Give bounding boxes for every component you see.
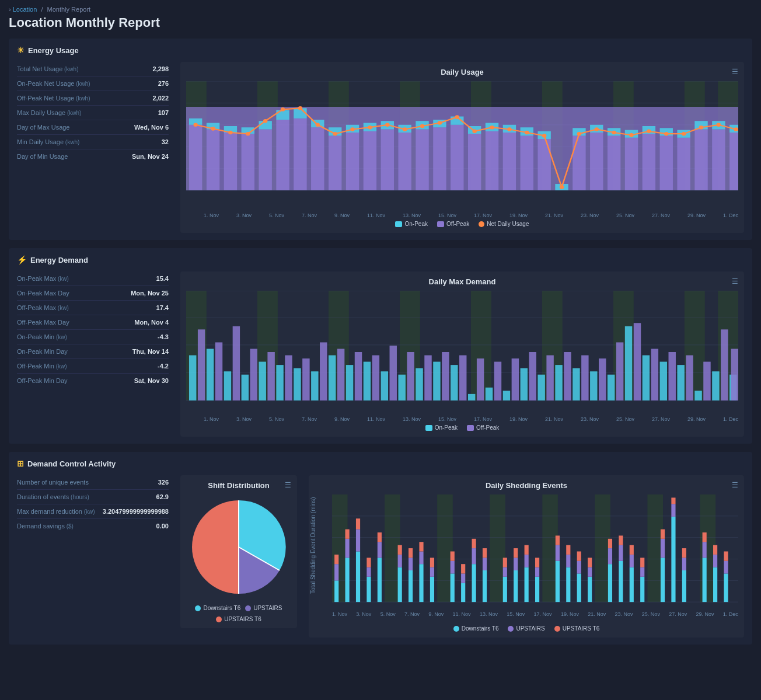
svg-rect-181	[372, 356, 379, 401]
svg-rect-173	[233, 326, 240, 401]
svg-rect-298	[640, 577, 644, 602]
stat-value: 32	[162, 138, 169, 145]
legend-upstairs: UPSTAIRS	[245, 605, 282, 611]
stat-value: Sat, Nov 30	[134, 377, 169, 384]
svg-rect-226	[334, 580, 338, 602]
stat-value: Thu, Nov 14	[132, 348, 169, 355]
energy-usage-title: Energy Usage	[28, 46, 79, 55]
pie-chart-title: Shift Distribution	[186, 481, 291, 490]
demand-x-axis: 1. Nov3. Nov5. Nov7. Nov9. Nov11. Nov13.…	[186, 416, 738, 422]
pie-svg	[186, 494, 291, 600]
svg-point-91	[263, 119, 267, 123]
stat-value: Sun, Nov 24	[132, 153, 169, 160]
svg-rect-198	[669, 352, 676, 401]
svg-rect-313	[713, 567, 717, 603]
svg-rect-46	[590, 133, 603, 190]
svg-rect-288	[588, 558, 592, 567]
svg-rect-190	[529, 352, 536, 401]
svg-rect-316	[724, 573, 728, 602]
svg-rect-262	[483, 570, 487, 602]
svg-rect-235	[366, 577, 371, 602]
svg-rect-172	[215, 342, 222, 400]
stat-row: On-Peak Max (kw)15.4	[17, 271, 169, 286]
daily-usage-svg: 0 25 50 75 100 125	[186, 81, 738, 210]
svg-point-111	[612, 131, 616, 135]
stat-row: Off-Peak Net Usage (kwh)2,022	[17, 91, 169, 106]
svg-rect-159	[537, 375, 544, 401]
svg-rect-297	[630, 545, 634, 555]
svg-point-117	[717, 123, 721, 127]
svg-rect-264	[483, 548, 487, 558]
svg-rect-168	[694, 391, 701, 401]
svg-rect-29	[294, 119, 306, 190]
svg-rect-289	[608, 564, 612, 602]
svg-rect-253	[451, 573, 455, 602]
svg-rect-182	[390, 346, 397, 401]
svg-rect-174	[250, 349, 257, 400]
svg-rect-201	[721, 329, 728, 401]
pie-menu-icon[interactable]: ☰	[285, 481, 291, 489]
svg-rect-152	[416, 368, 423, 401]
svg-rect-303	[661, 530, 665, 539]
svg-rect-60	[276, 110, 289, 120]
svg-rect-241	[398, 567, 402, 603]
svg-rect-295	[630, 567, 634, 603]
shedding-x-axis: 1. Nov3. Nov5. Nov7. Nov9. Nov11. Nov13.…	[332, 611, 738, 617]
stat-row: On-Peak Net Usage (kwh)276	[17, 76, 169, 91]
svg-rect-160	[555, 365, 562, 401]
svg-rect-35	[398, 133, 411, 190]
svg-rect-309	[682, 548, 686, 558]
svg-rect-258	[461, 564, 465, 573]
breadcrumb-current: Monthly Report	[47, 6, 91, 13]
breadcrumb-location[interactable]: Location	[13, 6, 37, 13]
svg-rect-308	[682, 558, 686, 570]
svg-rect-304	[671, 517, 675, 602]
svg-rect-25	[224, 133, 237, 190]
svg-rect-185	[442, 352, 449, 401]
svg-rect-268	[514, 570, 518, 602]
daily-demand-menu-icon[interactable]: ☰	[732, 277, 738, 285]
demand-control-title: Demand Control Activity	[27, 459, 116, 468]
svg-rect-252	[430, 558, 434, 567]
svg-rect-300	[640, 558, 644, 567]
svg-rect-37	[433, 127, 446, 190]
svg-rect-24	[207, 130, 219, 191]
stat-row: Off-Peak Min (kw)-4.2	[17, 359, 169, 374]
svg-rect-305	[671, 504, 675, 517]
daily-usage-chart-title: Daily Usage	[186, 68, 738, 76]
stat-row: On-Peak Min DayThu, Nov 14	[17, 344, 169, 359]
svg-point-89	[228, 131, 232, 135]
daily-usage-legend: On-Peak Off-Peak Net Daily Usage	[186, 221, 738, 227]
svg-rect-150	[381, 371, 388, 401]
svg-rect-54	[729, 133, 738, 190]
stat-row: Demand savings ($)0.00	[17, 519, 169, 533]
svg-point-118	[734, 127, 738, 131]
svg-rect-146	[311, 371, 318, 401]
svg-rect-244	[409, 570, 413, 602]
svg-rect-280	[566, 567, 570, 603]
stat-row: Off-Peak Min DaySat, Nov 30	[17, 374, 169, 388]
shift-distribution-chart: Shift Distribution ☰ Downstairs T6	[180, 475, 297, 628]
stat-row: Total Net Usage (kwh)2,298	[17, 62, 169, 76]
svg-rect-40	[486, 131, 498, 190]
svg-rect-179	[337, 349, 344, 400]
shedding-chart-title: Daily Shedding Events	[315, 481, 738, 490]
svg-rect-312	[703, 532, 707, 542]
svg-rect-153	[433, 362, 440, 401]
stat-label: Off-Peak Net Usage (kwh)	[17, 95, 90, 102]
svg-rect-163	[608, 375, 615, 401]
svg-rect-178	[320, 342, 327, 400]
shedding-menu-icon[interactable]: ☰	[732, 481, 738, 489]
legend-net-daily: Net Daily Usage	[479, 221, 529, 227]
svg-rect-249	[419, 542, 423, 551]
svg-rect-167	[677, 365, 684, 401]
svg-rect-148	[346, 365, 353, 401]
demand-control-stats: Number of unique events326Duration of ev…	[17, 475, 169, 533]
svg-rect-246	[409, 548, 413, 558]
shedding-legend: Downstairs T6 UPSTAIRS UPSTAIRS T6	[315, 625, 738, 632]
stat-value: Wed, Nov 6	[134, 124, 169, 131]
svg-point-99	[403, 127, 407, 131]
daily-usage-menu-icon[interactable]: ☰	[732, 68, 738, 76]
demand-legend: On-Peak Off-Peak	[186, 424, 738, 431]
stat-value: 2,298	[152, 65, 169, 72]
